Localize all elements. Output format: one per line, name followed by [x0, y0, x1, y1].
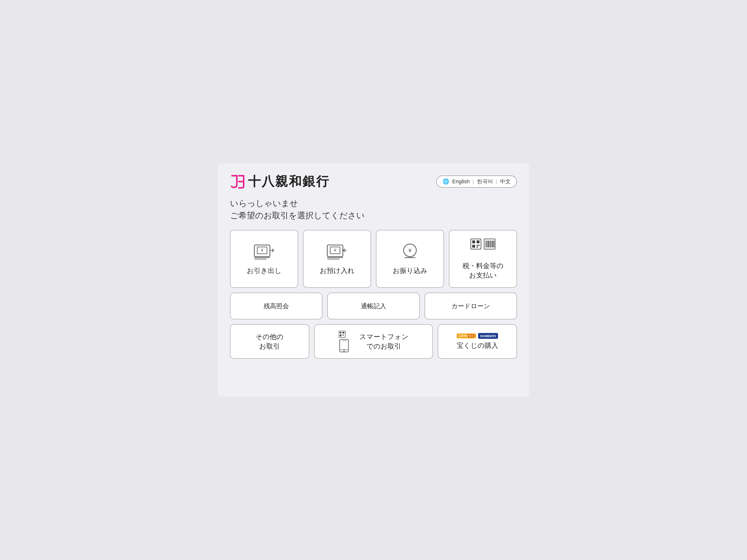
language-selector: 🌐 English | 한국어 | 中文 [436, 176, 517, 188]
bank-name: 十八親和銀行 [248, 173, 330, 190]
card-loan-button[interactable]: カードローン [424, 293, 517, 319]
svg-text:¥: ¥ [261, 248, 263, 252]
transfer-button[interactable]: ¥ お振り込み [376, 230, 444, 288]
svg-rect-27 [490, 241, 491, 247]
svg-rect-30 [494, 241, 494, 247]
balance-label: 残高照会 [264, 302, 289, 311]
svg-rect-34 [339, 335, 341, 337]
main-screen: 十八親和銀行 🌐 English | 한국어 | 中文 いらっしゃいませ ご希望… [218, 163, 529, 397]
svg-rect-31 [338, 330, 345, 337]
other-transactions-button[interactable]: その他のお取引 [230, 324, 309, 359]
lottery-logos: LOTO ロト NUMBERS [457, 333, 498, 339]
greeting-line2: ご希望のお取引を選択してください [230, 210, 517, 221]
svg-rect-28 [491, 241, 492, 247]
balance-button[interactable]: 残高照会 [230, 293, 323, 319]
atm-withdrawal-icon: ¥ [252, 243, 276, 262]
svg-rect-23 [486, 241, 486, 247]
tax-payment-label: 税・料金等のお支払い [463, 261, 504, 280]
smartphone-button[interactable]: スマートフォンでのお取引 [314, 324, 433, 359]
svg-rect-24 [487, 241, 487, 247]
logo-area: 十八親和銀行 [230, 173, 330, 190]
lang-chinese-btn[interactable]: 中文 [500, 178, 511, 185]
passbook-button[interactable]: 通帳記入 [327, 293, 420, 319]
lottery-button[interactable]: LOTO ロト NUMBERS 宝くじの購入 [438, 324, 517, 359]
header: 十八親和銀行 🌐 English | 한국어 | 中文 [230, 173, 517, 190]
greeting-section: いらっしゃいませ ご希望のお取引を選択してください [230, 198, 517, 221]
lang-korean-btn[interactable]: 한국어 [477, 178, 493, 185]
smartphone-label: スマートフォンでのお取引 [359, 332, 409, 351]
svg-rect-17 [476, 240, 480, 243]
lottery-label: 宝くじの購入 [457, 341, 498, 350]
bank-logo-icon [230, 174, 246, 189]
passbook-label: 通帳記入 [361, 302, 386, 311]
svg-rect-35 [342, 335, 343, 336]
main-button-grid: ¥ お引き出し ¥ [230, 230, 517, 288]
svg-rect-20 [478, 245, 480, 246]
greeting-line1: いらっしゃいませ [230, 198, 517, 209]
secondary-button-grid: 残高照会 通帳記入 カードローン [230, 293, 517, 319]
svg-text:¥: ¥ [408, 247, 412, 254]
svg-rect-36 [340, 339, 349, 352]
withdrawal-label: お引き出し [247, 266, 282, 275]
globe-icon: 🌐 [442, 179, 449, 185]
lang-english-btn[interactable]: English [452, 179, 469, 185]
transfer-icon: ¥ [398, 243, 422, 262]
svg-rect-18 [472, 245, 475, 248]
svg-point-39 [343, 350, 345, 351]
tax-payment-button[interactable]: 税・料金等のお支払い [449, 230, 517, 288]
deposit-button[interactable]: ¥ お預け入れ [303, 230, 371, 288]
svg-rect-26 [489, 241, 490, 247]
svg-rect-32 [339, 331, 341, 334]
svg-text:¥: ¥ [334, 248, 336, 252]
transfer-label: お振り込み [393, 266, 428, 275]
smartphone-qr-icon [338, 330, 356, 352]
qr-barcode-icon [469, 238, 496, 257]
svg-rect-29 [492, 241, 493, 247]
other-transactions-label: その他のお取引 [256, 332, 284, 351]
svg-rect-16 [472, 240, 475, 243]
deposit-label: お預け入れ [320, 266, 355, 275]
svg-rect-19 [476, 245, 478, 246]
withdrawal-button[interactable]: ¥ お引き出し [230, 230, 298, 288]
atm-deposit-icon: ¥ [325, 243, 349, 262]
tertiary-button-grid: その他のお取引 スマートフォンでのお取引 [230, 324, 517, 359]
svg-rect-33 [342, 331, 344, 334]
svg-rect-21 [476, 246, 478, 248]
card-loan-label: カードローン [451, 302, 490, 311]
svg-rect-25 [488, 241, 489, 247]
